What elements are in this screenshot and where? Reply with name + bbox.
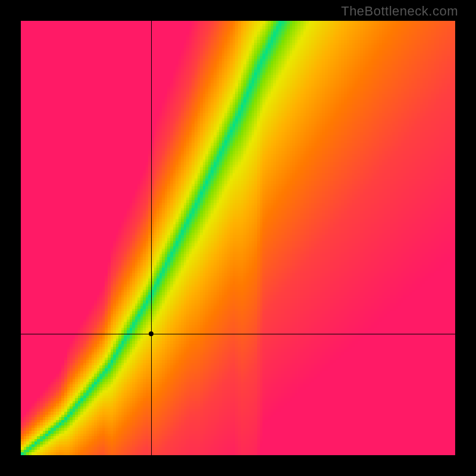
heatmap-plot xyxy=(21,21,455,455)
crosshair-horizontal xyxy=(21,334,455,334)
selection-marker xyxy=(149,331,154,336)
chart-frame: TheBottleneck.com xyxy=(0,0,476,476)
watermark-text: TheBottleneck.com xyxy=(341,4,458,19)
heatmap-canvas xyxy=(21,21,455,455)
crosshair-vertical xyxy=(151,21,152,455)
